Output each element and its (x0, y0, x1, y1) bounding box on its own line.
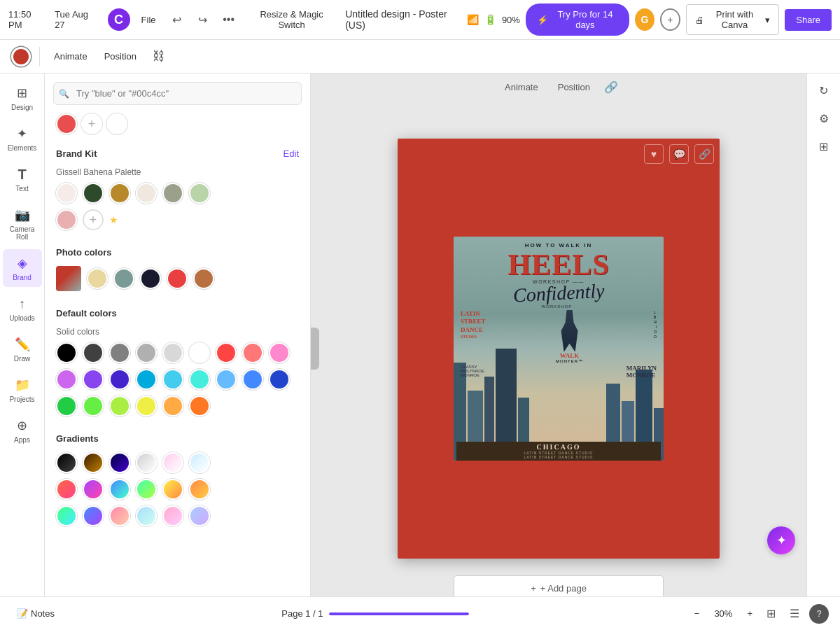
solid-15[interactable] (216, 369, 237, 390)
solid-1[interactable] (83, 342, 104, 363)
solid-22[interactable] (162, 396, 183, 416)
print-with-canva-button[interactable]: 🖨 Print with Canva ▾ (686, 4, 780, 35)
brand-swatch-3[interactable] (136, 183, 157, 204)
gradient-11[interactable] (189, 479, 210, 500)
gradient-14[interactable] (109, 505, 130, 526)
sidebar-item-brand[interactable]: ◈ Brand (3, 249, 42, 287)
position-button[interactable]: Position (99, 48, 142, 64)
solid-6[interactable] (216, 342, 237, 363)
sidebar-item-draw[interactable]: ✏️ Draw (3, 330, 42, 368)
brand-swatch-4[interactable] (162, 183, 183, 204)
collaborate-button[interactable]: + (660, 8, 680, 31)
gradient-6[interactable] (56, 479, 77, 500)
try-pro-button[interactable]: ⚡ Try Pro for 14 days (526, 4, 629, 36)
sidebar-item-uploads[interactable]: ↑ Uploads (3, 290, 42, 328)
gradient-4[interactable] (162, 452, 183, 473)
share-button[interactable]: Share (785, 9, 832, 31)
more-options-button[interactable]: ••• (218, 8, 239, 31)
color-search-input[interactable] (53, 82, 302, 105)
canva-logo[interactable]: C (108, 8, 130, 31)
file-menu-button[interactable]: File (136, 12, 162, 28)
sidebar-item-text[interactable]: T Text (3, 160, 42, 198)
grid-layout-button[interactable]: ⊞ (762, 604, 780, 623)
white-swatch[interactable] (106, 113, 127, 134)
gradient-5[interactable] (189, 452, 210, 473)
gradient-1[interactable] (83, 452, 104, 473)
solid-10[interactable] (83, 369, 104, 390)
zoom-out-button[interactable]: − (690, 606, 704, 622)
solid-17[interactable] (269, 369, 290, 390)
gradient-15[interactable] (136, 505, 157, 526)
resize-magic-switch-button[interactable]: Resize & Magic Switch (244, 6, 339, 33)
solid-9[interactable] (56, 369, 77, 390)
redo-button[interactable]: ↪ (192, 8, 213, 31)
position-canvas-button[interactable]: Position (552, 79, 596, 95)
solid-20[interactable] (109, 396, 130, 416)
solid-2[interactable] (109, 342, 130, 363)
solid-18[interactable] (56, 396, 77, 416)
gradient-17[interactable] (189, 505, 210, 526)
brand-swatch-6[interactable] (56, 209, 77, 230)
solid-5[interactable] (189, 342, 210, 363)
active-color-swatch[interactable] (11, 47, 31, 66)
sidebar-item-projects[interactable]: 📁 Projects (3, 371, 42, 409)
gradient-13[interactable] (83, 505, 104, 526)
add-page-button[interactable]: + + Add page (454, 575, 664, 596)
canvas-background[interactable]: ♥ 💬 🔗 (398, 139, 720, 559)
photo-color-3[interactable] (167, 268, 188, 289)
poster-canvas[interactable]: HOW TO WALK IN HEELS WORKSHOP —— Confide… (454, 237, 664, 461)
gradient-16[interactable] (162, 505, 183, 526)
solid-23[interactable] (189, 396, 210, 416)
brand-add-swatch[interactable]: + (83, 209, 104, 230)
gradient-9[interactable] (136, 479, 157, 500)
brand-swatch-1[interactable] (83, 183, 104, 204)
sidebar-item-apps[interactable]: ⊕ Apps (3, 412, 42, 449)
undo-button[interactable]: ↩ (167, 8, 188, 31)
solid-11[interactable] (109, 369, 130, 390)
solid-14[interactable] (189, 369, 210, 390)
canvas-link-button[interactable]: 🔗 (694, 144, 714, 164)
grid-view-button[interactable]: ⊞ (813, 135, 835, 158)
canvas-heart-button[interactable]: ♥ (644, 144, 664, 164)
canvas-comment-button[interactable]: 💬 (669, 144, 689, 164)
gradient-8[interactable] (109, 479, 130, 500)
solid-19[interactable] (83, 396, 104, 416)
brand-swatch-5[interactable] (189, 183, 210, 204)
solid-16[interactable] (242, 369, 263, 390)
photo-color-4[interactable] (193, 268, 214, 289)
solid-8[interactable] (269, 342, 290, 363)
zoom-in-button[interactable]: + (743, 606, 757, 622)
solid-21[interactable] (136, 396, 157, 416)
solid-4[interactable] (162, 342, 183, 363)
animate-canvas-button[interactable]: Animate (499, 79, 544, 95)
photo-color-0[interactable] (87, 268, 108, 289)
sidebar-item-camera-roll[interactable]: 📷 Camera Roll (3, 201, 42, 246)
gradient-10[interactable] (162, 479, 183, 500)
solid-12[interactable] (136, 369, 157, 390)
canvas-settings-button[interactable]: ⚙ (813, 107, 835, 130)
gradient-12[interactable] (56, 505, 77, 526)
avatar-button[interactable]: G (635, 8, 654, 31)
solid-7[interactable] (242, 342, 263, 363)
design-title[interactable]: Untitled design - Poster (US) (339, 5, 467, 34)
rotate-right-button[interactable]: ↻ (813, 79, 835, 102)
red-swatch[interactable] (56, 113, 77, 134)
add-color-swatch[interactable]: + (81, 113, 102, 134)
gradient-2[interactable] (109, 452, 130, 473)
brand-swatch-0[interactable] (56, 183, 77, 204)
solid-13[interactable] (162, 369, 183, 390)
sidebar-item-elements[interactable]: ✦ Elements (3, 120, 42, 158)
brand-kit-edit-button[interactable]: Edit (284, 148, 299, 159)
notes-button[interactable]: 📝 Notes (11, 606, 60, 622)
gradient-3[interactable] (136, 452, 157, 473)
canva-assistant-button[interactable]: ✦ (767, 526, 795, 554)
photo-color-2[interactable] (140, 268, 161, 289)
sidebar-item-design[interactable]: ⊞ Design (3, 79, 42, 117)
gradient-0[interactable] (56, 452, 77, 473)
photo-color-1[interactable] (113, 268, 134, 289)
help-button[interactable]: ? (809, 604, 829, 624)
brand-swatch-2[interactable] (109, 183, 130, 204)
page-progress-bar[interactable] (329, 612, 469, 615)
gradient-7[interactable] (83, 479, 104, 500)
lock-button[interactable]: 🔗 (604, 80, 618, 94)
